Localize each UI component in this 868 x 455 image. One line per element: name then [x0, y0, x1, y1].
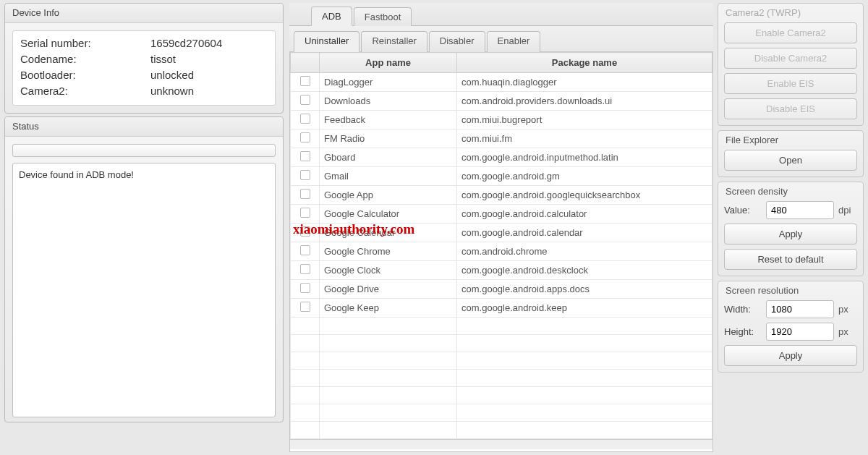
value-camera2: unknown	[150, 83, 222, 99]
resolution-height-unit: px	[838, 326, 857, 337]
row-checkbox[interactable]	[300, 245, 310, 255]
resolution-apply-button[interactable]: Apply	[724, 345, 857, 366]
cell-app-name: Google App	[320, 186, 457, 205]
row-checkbox[interactable]	[300, 76, 310, 86]
app-table: App name Package name DiagLoggercom.huaq…	[290, 52, 712, 439]
table-row-empty	[291, 335, 712, 352]
cell-app-name: Google Chrome	[320, 242, 457, 261]
row-checkbox[interactable]	[300, 302, 310, 312]
label-codename: Codename:	[20, 51, 150, 67]
cell-app-name: Downloads	[320, 92, 457, 111]
table-row[interactable]: Google Calculatorcom.google.android.calc…	[291, 205, 712, 224]
device-info-panel: Device Info Serial number: Codename: Boo…	[4, 3, 284, 114]
resolution-width-label: Width:	[724, 304, 762, 315]
subtab-enabler[interactable]: Enabler	[487, 31, 541, 52]
table-row[interactable]: Google Chromecom.android.chrome	[291, 242, 712, 261]
enable-eis-button[interactable]: Enable EIS	[724, 73, 857, 94]
cell-app-name: Google Drive	[320, 280, 457, 299]
device-info-title: Device Info	[5, 4, 283, 23]
row-checkbox[interactable]	[300, 226, 310, 237]
cell-app-name: Google Calculator	[320, 205, 457, 224]
table-row[interactable]: DiagLoggercom.huaqin.diaglogger	[291, 73, 712, 92]
cell-package-name: com.google.android.inputmethod.latin	[457, 148, 712, 167]
status-panel: Status Device found in ADB mode!	[4, 116, 284, 422]
cell-package-name: com.huaqin.diaglogger	[457, 73, 712, 92]
density-value-input[interactable]	[766, 201, 834, 219]
row-checkbox[interactable]	[300, 283, 310, 293]
table-row-empty	[291, 387, 712, 404]
table-row[interactable]: FM Radiocom.miui.fm	[291, 129, 712, 148]
status-message: Device found in ADB mode!	[19, 169, 134, 180]
progress-bar	[12, 144, 276, 157]
screen-resolution-title: Screen resolution	[724, 281, 857, 300]
table-row-empty	[291, 370, 712, 387]
table-row[interactable]: Google Appcom.google.android.googlequick…	[291, 186, 712, 205]
value-bootloader: unlocked	[150, 67, 222, 83]
tab-adb[interactable]: ADB	[311, 7, 352, 26]
cell-app-name: FM Radio	[320, 129, 457, 148]
cell-package-name: com.miui.fm	[457, 129, 712, 148]
cell-package-name: com.google.android.calculator	[457, 205, 712, 224]
main-tabbar: ADB Fastboot	[289, 3, 713, 26]
subtab-disabler[interactable]: Disabler	[429, 31, 485, 52]
cell-package-name: com.google.android.apps.docs	[457, 280, 712, 299]
cell-app-name: Google Calendar	[320, 224, 457, 242]
disable-eis-button[interactable]: Disable EIS	[724, 98, 857, 119]
row-checkbox[interactable]	[300, 95, 310, 105]
resolution-width-input[interactable]	[766, 300, 834, 318]
density-value-label: Value:	[724, 205, 762, 216]
row-checkbox[interactable]	[300, 151, 310, 161]
disable-camera2-button[interactable]: Disable Camera2	[724, 48, 857, 69]
table-row-empty	[291, 422, 712, 439]
table-row[interactable]: Google Calendarcom.google.android.calend…	[291, 224, 712, 242]
cell-app-name: Google Clock	[320, 261, 457, 280]
table-row-empty	[291, 404, 712, 422]
density-apply-button[interactable]: Apply	[724, 224, 857, 244]
table-row[interactable]: Feedbackcom.miui.bugreport	[291, 111, 712, 129]
density-reset-button[interactable]: Reset to default	[724, 249, 857, 270]
row-checkbox[interactable]	[300, 170, 310, 180]
value-codename: tissot	[150, 51, 222, 67]
col-package-name: Package name	[457, 53, 712, 73]
cell-package-name: com.google.android.calendar	[457, 224, 712, 242]
cell-app-name: Gboard	[320, 148, 457, 167]
row-checkbox[interactable]	[300, 114, 310, 124]
table-row[interactable]: Google Clockcom.google.android.deskclock	[291, 261, 712, 280]
row-checkbox[interactable]	[300, 132, 310, 143]
row-checkbox[interactable]	[300, 208, 310, 218]
screen-resolution-group: Screen resolution Width: px Height: px A…	[718, 281, 864, 373]
subtab-reinstaller[interactable]: Reinstaller	[361, 31, 427, 52]
subtab-uninstaller[interactable]: Uninstaller	[294, 31, 359, 52]
cell-app-name: Google Keep	[320, 299, 457, 318]
tab-fastboot[interactable]: Fastboot	[354, 7, 412, 26]
label-serial: Serial number:	[20, 35, 150, 51]
table-hscrollbar[interactable]	[290, 439, 712, 449]
value-serial: 1659cd270604	[150, 35, 222, 51]
cell-package-name: com.google.android.googlequicksearchbox	[457, 186, 712, 205]
cell-app-name: Gmail	[320, 167, 457, 186]
cell-package-name: com.google.android.keep	[457, 299, 712, 318]
table-row[interactable]: Google Keepcom.google.android.keep	[291, 299, 712, 318]
table-row[interactable]: Gboardcom.google.android.inputmethod.lat…	[291, 148, 712, 167]
table-row-empty	[291, 318, 712, 335]
app-table-container: App name Package name DiagLoggercom.huaq…	[289, 52, 713, 452]
screen-density-title: Screen density	[724, 182, 857, 201]
table-row[interactable]: Gmailcom.google.android.gm	[291, 167, 712, 186]
enable-camera2-button[interactable]: Enable Camera2	[724, 22, 857, 43]
label-camera2: Camera2:	[20, 83, 150, 99]
open-file-explorer-button[interactable]: Open	[724, 150, 857, 171]
file-explorer-title: File Explorer	[724, 131, 857, 150]
table-row[interactable]: Downloadscom.android.providers.downloads…	[291, 92, 712, 111]
status-title: Status	[5, 117, 283, 137]
row-checkbox[interactable]	[300, 189, 310, 199]
cell-package-name: com.android.chrome	[457, 242, 712, 261]
cell-app-name: DiagLogger	[320, 73, 457, 92]
cell-package-name: com.miui.bugreport	[457, 111, 712, 129]
table-row[interactable]: Google Drivecom.google.android.apps.docs	[291, 280, 712, 299]
table-row-empty	[291, 352, 712, 370]
resolution-height-input[interactable]	[766, 323, 834, 341]
status-log: Device found in ADB mode!	[12, 163, 276, 417]
row-checkbox[interactable]	[300, 264, 310, 274]
camera2-title: Camera2 (TWRP)	[724, 4, 857, 22]
file-explorer-group: File Explorer Open	[718, 130, 864, 177]
